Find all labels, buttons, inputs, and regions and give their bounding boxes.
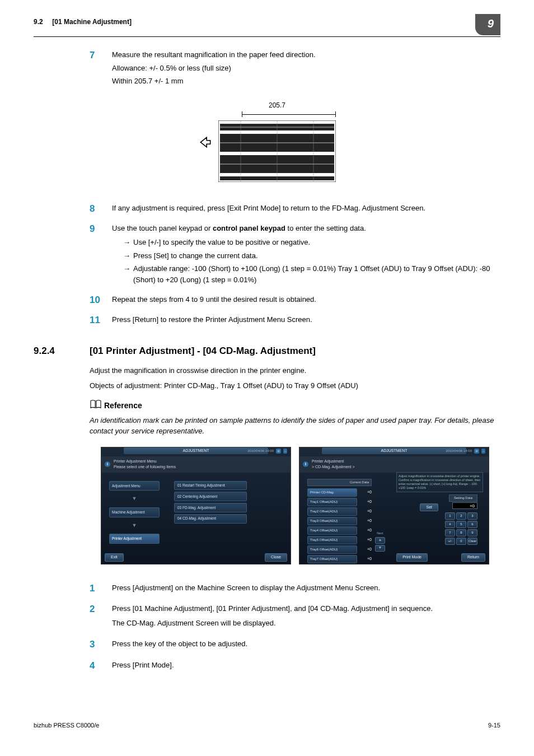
menu-cd-mag[interactable]: 04 CD-Mag. Adjustment xyxy=(174,514,247,524)
feed-diagram: 205.7 xyxy=(34,100,500,185)
row-tray3-offset[interactable]: Tray3 Offset(ADU) xyxy=(307,517,357,525)
step-7: 7 Measure the resultant magnification in… xyxy=(90,48,500,89)
row-tray7-offset[interactable]: Tray7 Offset(ADU) xyxy=(307,555,357,563)
step-text: Measure the resultant magnification in t… xyxy=(112,49,500,60)
step-body: Measure the resultant magnification in t… xyxy=(112,48,500,89)
key-4[interactable]: 4 xyxy=(445,521,455,528)
set-button[interactable]: Set xyxy=(420,503,438,512)
step-1: 1 Press [Adjustment] on the Machine Scre… xyxy=(90,581,500,596)
step-bullets: Use [+/-] to specify the value to be pos… xyxy=(123,237,500,285)
step-text: The CD-Mag. Adjustment Screen will be di… xyxy=(112,618,500,629)
row-tray5-offset[interactable]: Tray5 Offset(ADU) xyxy=(307,536,357,544)
step-11: 11 Press [Return] to restore the Printer… xyxy=(90,313,500,328)
key-2[interactable]: 2 xyxy=(456,512,466,520)
reference-label: Reference xyxy=(104,400,142,412)
screen-status: 2010/04/06 14:00 ◉ ▵ xyxy=(446,449,485,454)
memory-icon: ◉ xyxy=(474,449,479,454)
print-mode-button[interactable]: Print Mode xyxy=(396,553,428,562)
scroll-down-button[interactable]: ▼ xyxy=(375,545,385,552)
row-printer-cd-mag[interactable]: Printer CD-Mag. xyxy=(307,488,357,497)
dimension-line xyxy=(218,111,336,118)
screen-status: 2010/04/06 14:00 ◉ ▵ xyxy=(247,449,287,454)
return-button[interactable]: Return xyxy=(461,553,485,562)
bullet-item: Use [+/-] to specify the value to be pos… xyxy=(123,237,500,248)
step-number: 7 xyxy=(90,48,112,89)
row-tray6-offset[interactable]: Tray6 Offset(ADU) xyxy=(307,545,357,554)
key-6[interactable]: 6 xyxy=(467,521,477,528)
page-header: 9.2 [01 Machine Adjustment] 9 xyxy=(34,17,500,37)
nav-machine-adjustment[interactable]: Machine Adjustment xyxy=(109,507,160,517)
step-number: 8 xyxy=(90,202,112,216)
breadcrumb-nav: Adjustment Menu ▼ Machine Adjustment ▼ P… xyxy=(109,481,160,544)
value-display: +0 xyxy=(452,502,477,509)
menu-centering[interactable]: 02 Centering Adjustment xyxy=(174,492,247,501)
step-text: Press [Adjustment] on the Machine Screen… xyxy=(112,582,500,594)
nav-printer-adjustment[interactable]: Printer Adjustment xyxy=(109,534,160,544)
section-number: 9.2.4 xyxy=(34,344,90,358)
next-label: Next xyxy=(375,531,385,535)
step-text: Press [Print Mode]. xyxy=(112,660,500,671)
key-5[interactable]: 5 xyxy=(456,521,466,528)
step-8: 8 If any adjustment is required, press [… xyxy=(90,202,500,216)
key-0[interactable]: 0 xyxy=(456,538,466,545)
key-sign[interactable]: +/- xyxy=(445,538,455,545)
section-title: [01 Machine Adjustment] xyxy=(52,18,132,26)
step-number: 3 xyxy=(90,637,112,652)
screen-cd-mag-adjustment: ADJUSTMENT 2010/04/06 14:00 ◉ ▵ i Printe… xyxy=(299,447,489,564)
step-text: Press [Return] to restore the Printer Ad… xyxy=(112,314,500,325)
step-2: 2 Press [01 Machine Adjustment], [01 Pri… xyxy=(90,602,500,631)
row-tray1-offset[interactable]: Tray1 Offset(ADU) xyxy=(307,498,357,506)
step-text: Press [01 Machine Adjustment], [01 Print… xyxy=(112,603,500,614)
section-title: [01 Printer Adjustment] - [04 CD-Mag. Ad… xyxy=(90,344,316,358)
screen-titlebar: ADJUSTMENT xyxy=(124,447,268,454)
key-8[interactable]: 8 xyxy=(456,529,466,536)
step-text: If any adjustment is required, press [Ex… xyxy=(112,203,500,214)
screen-header: i Printer Adjustment > CD-Mag. Adjustmen… xyxy=(299,456,489,473)
info-icon: i xyxy=(105,461,110,467)
chevron-down-icon: ▼ xyxy=(132,495,137,503)
keypad: 1 2 3 4 5 6 7 8 9 +/- 0 Clear xyxy=(445,512,477,545)
section-number: 9.2 xyxy=(34,18,43,26)
key-3[interactable]: 3 xyxy=(467,512,477,520)
section-924-heading: 9.2.4 [01 Printer Adjustment] - [04 CD-M… xyxy=(34,344,500,358)
scroll-up-button[interactable]: ▲ xyxy=(375,537,385,544)
step-number: 11 xyxy=(90,313,112,328)
menu-fd-mag[interactable]: 03 FD-Mag. Adjustment xyxy=(174,503,247,512)
row-tray2-offset[interactable]: Tray2 Offset(ADU) xyxy=(307,507,357,516)
list-scroll: Next ▲ ▼ xyxy=(375,531,385,551)
chevron-down-icon: ▼ xyxy=(132,522,137,530)
step-4: 4 Press [Print Mode]. xyxy=(90,659,500,673)
close-button[interactable]: Close xyxy=(265,553,287,562)
step-number: 9 xyxy=(90,222,112,288)
signal-icon: ▵ xyxy=(481,449,485,454)
info-icon: i xyxy=(303,461,308,467)
reference-heading: Reference xyxy=(90,399,500,413)
step-text: Allowance: +/- 0.5% or less (full size) xyxy=(112,63,500,74)
step-9: 9 Use the touch panel keypad or control … xyxy=(90,222,500,288)
header-left: 9.2 [01 Machine Adjustment] xyxy=(34,17,132,27)
menu-restart-timing[interactable]: 01 Restart Timing Adjustment xyxy=(174,481,247,491)
signal-icon: ▵ xyxy=(283,449,287,454)
screen-header: i Printer Adjustment Menu Please select … xyxy=(101,456,291,473)
step-3: 3 Press the key of the object to be adju… xyxy=(90,637,500,652)
exit-button[interactable]: Exit xyxy=(105,553,124,562)
footer-model: bizhub PRESS C8000/e xyxy=(34,721,99,730)
print-pattern-icon xyxy=(218,120,336,182)
key-1[interactable]: 1 xyxy=(445,512,455,520)
screen-titlebar: ADJUSTMENT xyxy=(322,447,466,454)
step-text: Press the key of the object to be adjust… xyxy=(112,638,500,650)
key-7[interactable]: 7 xyxy=(445,529,455,536)
nav-adjustment-menu[interactable]: Adjustment Menu xyxy=(109,481,160,491)
key-9[interactable]: 9 xyxy=(467,529,477,536)
step-10: 10 Repeat the steps from 4 to 9 until th… xyxy=(90,293,500,307)
reference-text: An identification mark can be printed on… xyxy=(90,415,500,437)
memory-icon: ◉ xyxy=(276,449,281,454)
setting-data-header: Setting Data xyxy=(449,494,477,502)
current-data-header: Current Data xyxy=(307,479,372,486)
step-text: Use the touch panel keypad or control pa… xyxy=(112,223,500,234)
step-number: 2 xyxy=(90,602,112,631)
footer-page: 9-15 xyxy=(488,721,500,730)
row-tray4-offset[interactable]: Tray4 Offset(ADU) xyxy=(307,526,357,535)
key-clear[interactable]: Clear xyxy=(467,538,477,545)
section-text: Objects of adjustment: Printer CD-Mag., … xyxy=(90,380,500,391)
